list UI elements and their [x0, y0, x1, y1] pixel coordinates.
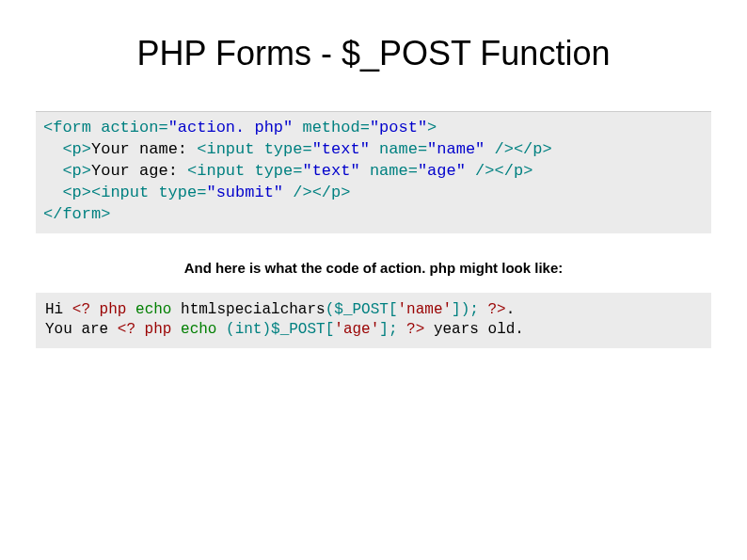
code-block-action: Hi <? php echo htmlspecialchars($_POST['…	[36, 293, 711, 348]
code-token: method=	[293, 119, 370, 136]
code-token: /></p>	[283, 184, 350, 201]
code-token: (	[326, 301, 335, 318]
code-token: $_POST	[271, 321, 326, 338]
slide-title: PHP Forms - $_POST Function	[0, 0, 747, 73]
code-token: <? php	[118, 321, 181, 338]
code-token: ];	[379, 321, 406, 338]
code-token: ]);	[452, 301, 487, 318]
caption-text: And here is what the code of action. php…	[0, 260, 747, 276]
code-token: "text"	[302, 162, 359, 180]
code-token: "submit"	[206, 184, 283, 201]
code-token: /></p>	[466, 162, 532, 180]
code-token: <p><input type=	[43, 184, 206, 201]
code-token: name=	[370, 140, 427, 158]
code-token: <? php	[72, 301, 135, 318]
code-token: (int)	[226, 321, 271, 338]
code-token: 'name'	[398, 301, 453, 318]
code-token: .	[506, 301, 516, 318]
code-token: years old.	[424, 321, 524, 338]
code-token: name=	[360, 162, 418, 180]
code-token: Your age:	[91, 162, 187, 180]
code-token: <input type=	[197, 140, 311, 158]
code-token: You are	[45, 321, 118, 338]
code-token: <p>	[43, 162, 91, 180]
code-token: Your name:	[91, 140, 197, 158]
code-token: Hi	[45, 301, 72, 318]
code-token: htmlspecialchars	[181, 301, 326, 318]
code-token: /></p>	[485, 140, 551, 158]
code-token: ?>	[488, 301, 506, 318]
code-token: "text"	[312, 140, 370, 158]
code-token: "age"	[418, 162, 466, 180]
code-token: echo	[181, 321, 226, 338]
code-token: echo	[135, 301, 181, 318]
code-token: ?>	[406, 321, 424, 338]
code-token: $_POST	[334, 301, 389, 318]
code-token: <form action=	[43, 119, 168, 136]
code-block-form: <form action="action. php" method="post"…	[36, 111, 711, 233]
code-token: [	[326, 321, 335, 338]
code-token: "action. php"	[168, 119, 294, 136]
code-token: 'age'	[334, 321, 379, 338]
code-token: <p>	[43, 140, 91, 158]
code-token: "post"	[370, 119, 427, 136]
code-token: </form>	[43, 205, 110, 223]
code-token: [	[389, 301, 398, 318]
code-token: "name"	[427, 140, 485, 158]
code-token: >	[427, 119, 437, 136]
code-token: <input type=	[187, 162, 302, 180]
